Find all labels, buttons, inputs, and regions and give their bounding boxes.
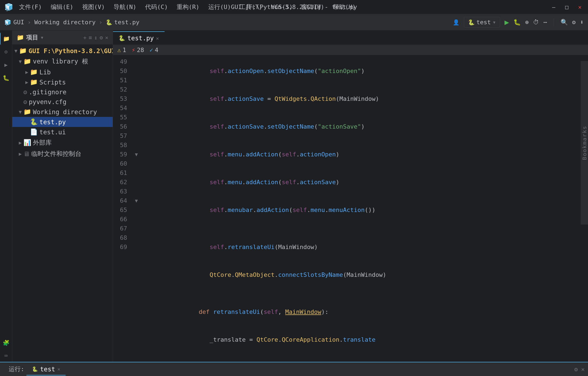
tree-external-lib[interactable]: ▶ 📊 外部库 [12, 137, 113, 148]
code-line-50: self.actionSave = QtWidgets.QAction(Main… [145, 85, 588, 113]
fold-64[interactable]: ▼ [133, 196, 140, 205]
fold-gutter: ▼ ▼ [133, 55, 140, 362]
fold-52 [133, 85, 140, 94]
breadcrumb-file[interactable]: 🐍 test.py [106, 19, 139, 26]
menu-edit[interactable]: 编辑(E) [48, 2, 76, 12]
collapse-all-icon[interactable]: ≡ [89, 34, 92, 41]
tree-test-py[interactable]: ▶ 🐍 test.py [12, 117, 113, 127]
code-line-58 [145, 289, 588, 298]
info-count-item[interactable]: ✓ 4 [149, 47, 158, 53]
bottom-tab-bar: 运行: 🐍 test ✕ ⚙ × [0, 362, 588, 376]
code-line-54: self.menubar.addAction(self.menu.menuAct… [145, 196, 588, 224]
menu-refactor[interactable]: 重构(R) [174, 2, 202, 12]
editor-area: 🐍 test.py ✕ ⋮ ⚠ 1 ⚡ 28 ✓ 4 ▲ [113, 31, 588, 362]
new-file-icon[interactable]: + [83, 34, 87, 41]
profile-button[interactable]: 👤 [453, 19, 460, 26]
fold-53 [133, 94, 140, 104]
menu-code[interactable]: 代码(C) [142, 2, 171, 12]
fold-59[interactable]: ▼ [133, 150, 140, 159]
project-settings-icon[interactable]: ⚙ [100, 34, 103, 41]
code-line-55 [145, 224, 588, 233]
editor-tab-test-py[interactable]: 🐍 test.py ✕ [113, 31, 165, 44]
tree-pyvenv[interactable]: ▶ ⚙ pyvenv.cfg [12, 97, 113, 107]
run-label-tab: 运行: [3, 363, 26, 376]
maximize-button[interactable]: □ [563, 3, 571, 11]
tree-lib[interactable]: ▶ 📁 Lib [12, 67, 113, 77]
fold-62 [133, 178, 140, 187]
run-play-button[interactable]: ▶ [504, 18, 509, 27]
fold-61 [133, 168, 140, 178]
fold-65 [133, 205, 140, 215]
tree-root[interactable]: ▼ 📁 GUI F:\Python-3.8.2\GUI [12, 46, 113, 56]
bottom-tab-close-icon[interactable]: ✕ [57, 366, 60, 372]
project-icon: 📁 [17, 34, 24, 41]
toolbar-breadcrumb: 🧊 GUI › Working directory › 🐍 test.py [4, 19, 139, 26]
sort-icon[interactable]: ↕ [94, 34, 97, 41]
sidebar-run-icon[interactable]: ▶ [0, 59, 12, 71]
run-config-button[interactable]: 🐍 test ▾ [464, 17, 500, 28]
code-line-53: self.menu.addAction(self.actionSave) [145, 168, 588, 196]
vcs-update-button[interactable]: ⬇ [580, 19, 584, 26]
code-line-51: self.actionSave.setObjectName("actionSav… [145, 113, 588, 141]
code-line-52: self.menu.addAction(self.actionOpen) [145, 141, 588, 168]
tab-run-icon: 🐍 [32, 366, 38, 372]
run-settings-icon[interactable]: ⚙ [574, 366, 578, 373]
bottom-tab-test[interactable]: 🐍 test ✕ [26, 363, 66, 375]
menu-navigate[interactable]: 导航(N) [111, 2, 139, 12]
run-label-icon: 运行: [9, 365, 24, 373]
project-actions: + ≡ ↕ ⚙ × [83, 34, 108, 41]
code-editor[interactable]: 49 50 51 52 53 54 55 56 57 58 59 60 61 6… [113, 55, 588, 362]
menu-run[interactable]: 运行(U) [206, 2, 234, 12]
bottom-tab-actions: ⚙ × [574, 366, 585, 373]
run-config-icon: 🐍 [468, 19, 475, 26]
warning-icon: ⚠ [117, 47, 121, 53]
plugin-icon: 🧩 [3, 339, 10, 346]
titlebar: 🧊 文件(F) 编辑(E) 视图(V) 导航(N) 代码(C) 重构(R) 运行… [0, 0, 588, 14]
tree-test-ui[interactable]: ▶ 📄 test.ui [12, 127, 113, 137]
sidebar-project-icon[interactable]: 📁 [0, 33, 12, 45]
tab-icon: 🐍 [118, 35, 125, 41]
warning-num: 28 [137, 47, 144, 53]
project-arrow[interactable]: ▾ [40, 34, 44, 41]
run-close-icon[interactable]: × [581, 366, 585, 373]
fold-67 [133, 224, 140, 233]
info-icon: ✓ [149, 47, 153, 53]
warning-count-item[interactable]: ⚡ 28 [132, 47, 144, 53]
error-count[interactable]: ⚠ 1 [117, 47, 126, 53]
code-content[interactable]: self.actionOpen.setObjectName("actionOpe… [140, 55, 588, 362]
more-run-options[interactable]: ⋯ [543, 19, 547, 26]
debug-button[interactable]: 🐛 [513, 19, 521, 26]
fold-60 [133, 159, 140, 168]
breadcrumb-working-dir[interactable]: Working directory [34, 19, 96, 26]
settings-button[interactable]: ⚙ [572, 19, 576, 26]
bookmarks-label[interactable]: Bookmarks [581, 126, 588, 160]
run-with-coverage-button[interactable]: ⊕ [525, 19, 529, 26]
search-everywhere-button[interactable]: 🔍 [561, 19, 568, 26]
menu-file[interactable]: 文件(F) [16, 2, 45, 12]
breadcrumb-icon: 🧊 [4, 19, 11, 26]
code-line-60: _translate = QtCore.QCoreApplication.tra… [145, 326, 588, 354]
sidebar-terminal-icon[interactable]: ⌨ [0, 350, 12, 362]
window-title: GUI [F:\Python-3.8.2\GUI] - test.py [231, 4, 357, 10]
hide-panel-icon[interactable]: × [105, 34, 108, 41]
tree-scripts[interactable]: ▶ 📁 Scripts [12, 77, 113, 87]
fold-69 [133, 242, 140, 252]
file-icon: 🐍 [106, 19, 112, 26]
sidebar-debug-icon[interactable]: 🐛 [0, 72, 12, 84]
tab-close-icon[interactable]: ✕ [156, 35, 159, 41]
tree-gitignore[interactable]: ▶ ⚙ .gitignore [12, 87, 113, 97]
sidebar-commit-icon[interactable]: ⊙ [0, 46, 12, 58]
tree-working-dir[interactable]: ▼ 📁 Working directory [12, 107, 113, 117]
tree-venv[interactable]: ▼ 📁 venv library 根 [12, 56, 113, 67]
warning-count: 1 [122, 47, 126, 53]
close-button[interactable]: ✕ [576, 3, 584, 11]
breadcrumb-gui[interactable]: GUI [13, 19, 24, 26]
bottom-panel: 运行: 🐍 test ✕ ⚙ × ▶ ▲ ■ ⟳ ☰ 🗑 F:\Python-3… [0, 362, 588, 376]
minimize-button[interactable]: — [550, 3, 558, 11]
tree-temp-files[interactable]: ▶ 🖥 临时文件和控制台 [12, 148, 113, 159]
profile-run-button[interactable]: ⏱ [533, 19, 539, 26]
menu-view[interactable]: 视图(V) [79, 2, 108, 12]
code-line-56: self.retranslateUi(MainWindow) [145, 233, 588, 261]
fold-54 [133, 104, 140, 113]
sidebar-plugins-icon[interactable]: 🧩 [0, 337, 12, 349]
